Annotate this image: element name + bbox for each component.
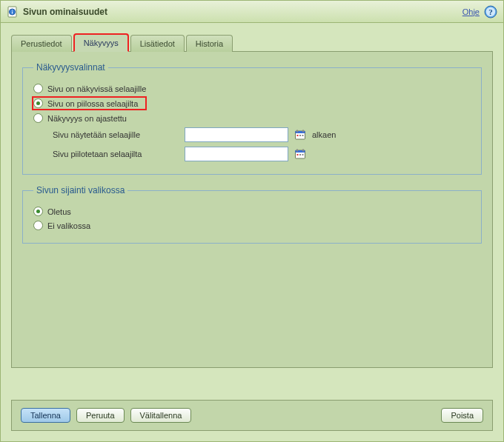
calendar-icon[interactable] [294,148,306,160]
window-title: Sivun ominaisuudet [23,7,107,17]
properties-window: Sivun ominaisuudet Ohje ? Perustiedot Nä… [0,0,504,442]
help-link[interactable]: Ohje [462,7,480,16]
radio-scheduled-label: Näkyvyys on ajastettu [47,114,127,123]
radio-row-default[interactable]: Oletus [33,204,471,218]
svg-rect-19 [299,154,301,155]
svg-rect-17 [302,150,304,152]
hide-from-label: Sivu piilotetaan selaajilta [53,150,179,158]
content-area: Perustiedot Näkyvyys Lisätiedot Historia… [1,23,503,389]
radio-default-label: Oletus [47,207,71,216]
svg-rect-3 [12,11,13,13]
show-from-suffix: alkaen [312,130,336,139]
titlebar-right: Ohje ? [462,5,497,19]
svg-rect-9 [296,130,298,133]
radio-hidden-label: Sivu on piilossa selaajilta [47,99,138,108]
tab-extra[interactable]: Lisätiedot [130,35,185,52]
tab-visibility[interactable]: Näkyvyys [73,33,129,52]
svg-rect-20 [302,154,304,155]
svg-rect-11 [297,135,299,136]
delete-button[interactable]: Poista [441,408,483,423]
radio-row-visible[interactable]: Sivu on näkyvissä selaajille [33,81,471,96]
hide-from-row: Sivu piilotetaan selaajilta [33,144,471,164]
visibility-legend: Näkyvyysvalinnat [33,62,108,73]
show-from-row: Sivu näytetään selaajille [33,125,471,144]
stash-button[interactable]: Välitallenna [130,408,192,423]
svg-rect-18 [297,154,299,155]
calendar-icon[interactable] [294,129,306,141]
radio-not-in-menu[interactable] [33,221,43,230]
tab-basic[interactable]: Perustiedot [11,35,72,52]
menu-location-group: Sivun sijainti valikossa Oletus Ei valik… [22,185,482,244]
page-icon [7,6,19,18]
show-from-input[interactable] [185,127,288,142]
svg-rect-2 [12,10,13,10]
menu-location-legend: Sivun sijainti valikossa [33,185,127,195]
radio-row-scheduled[interactable]: Näkyvyys on ajastettu [33,111,471,125]
svg-text:?: ? [488,7,493,16]
radio-visible-label: Sivu on näkyvissä selaajille [47,84,146,93]
svg-rect-16 [296,150,298,152]
hide-from-input[interactable] [185,147,288,161]
titlebar-left: Sivun ominaisuudet [7,6,107,18]
radio-row-not-in-menu[interactable]: Ei valikossa [33,218,471,232]
tab-panel-visibility: Näkyvyysvalinnat Sivu on näkyvissä selaa… [11,51,493,368]
save-button[interactable]: Tallenna [21,408,70,423]
show-from-label: Sivu näytetään selaajille [53,130,179,139]
tab-row: Perustiedot Näkyvyys Lisätiedot Historia [11,33,493,52]
radio-scheduled[interactable] [33,113,43,123]
visibility-group: Näkyvyysvalinnat Sivu on näkyvissä selaa… [22,62,482,175]
tab-history[interactable]: Historia [186,35,233,52]
radio-row-hidden[interactable]: Sivu on piilossa selaajilta [32,96,147,110]
radio-not-in-menu-label: Ei valikossa [47,221,90,230]
svg-rect-10 [302,130,304,133]
radio-hidden[interactable] [33,98,43,108]
svg-rect-13 [302,135,304,136]
svg-rect-12 [299,135,301,136]
cancel-button[interactable]: Peruuta [76,408,125,423]
help-icon[interactable]: ? [484,5,497,19]
button-bar: Tallenna Peruuta Välitallenna Poista [11,400,493,431]
radio-default[interactable] [33,207,43,216]
radio-visible[interactable] [33,84,43,93]
titlebar: Sivun ominaisuudet Ohje ? [1,1,503,23]
